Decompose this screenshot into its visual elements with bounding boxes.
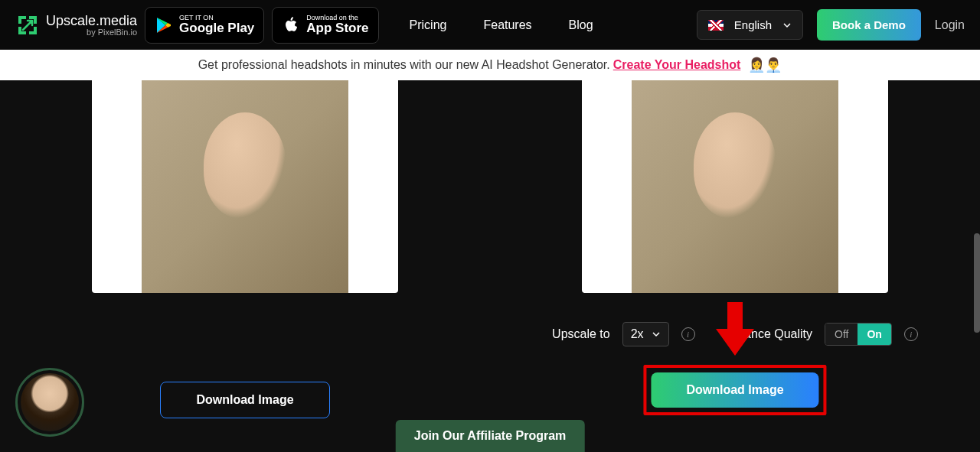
upscaled-image <box>632 80 838 293</box>
nav-pricing[interactable]: Pricing <box>410 18 447 32</box>
logo-icon <box>15 13 40 37</box>
chevron-down-icon <box>782 21 792 30</box>
banner-cta-link[interactable]: Create Your Headshot <box>613 58 741 72</box>
uk-flag-icon <box>708 20 724 31</box>
google-play-icon <box>155 16 173 34</box>
toggle-on[interactable]: On <box>858 324 890 345</box>
affiliate-button[interactable]: Join Our Affiliate Program <box>396 420 585 452</box>
upscale-value: 2x <box>631 327 644 341</box>
chat-avatar-widget[interactable] <box>15 368 84 437</box>
download-original-button[interactable]: Download Image <box>160 382 329 418</box>
language-label: English <box>734 18 772 31</box>
enhance-quality-toggle[interactable]: Off On <box>825 323 892 346</box>
login-link[interactable]: Login <box>935 18 965 32</box>
chevron-down-icon <box>652 330 661 339</box>
logo-title: Upscale.media <box>46 14 137 28</box>
promo-banner: Get professional headshots in minutes wi… <box>0 50 980 80</box>
red-arrow-annotation <box>716 302 754 356</box>
header: Upscale.media by PixelBin.io GET IT ON G… <box>0 0 980 50</box>
right-panel: Upscale to 2x i Enhance Quality Off On i… <box>490 80 980 452</box>
enhance-info-icon[interactable]: i <box>904 327 918 341</box>
upscale-factor-select[interactable]: 2x <box>622 322 669 346</box>
banner-emoji: 👩‍💼👨‍💼 <box>748 57 782 73</box>
nav-links: Pricing Features Blog <box>410 18 593 32</box>
download-highlight-annotation: Download Image <box>643 365 826 415</box>
original-image-container <box>92 80 398 293</box>
logo-subtitle: by PixelBin.io <box>46 28 137 37</box>
toggle-off[interactable]: Off <box>825 324 858 345</box>
avatar-image <box>21 373 79 431</box>
language-selector[interactable]: English <box>697 10 803 40</box>
apple-icon <box>282 16 300 34</box>
upscale-to-label: Upscale to <box>552 327 610 341</box>
nav-blog[interactable]: Blog <box>569 18 593 32</box>
original-image <box>142 80 348 293</box>
book-demo-button[interactable]: Book a Demo <box>817 9 921 41</box>
scrollbar[interactable] <box>974 233 980 333</box>
download-upscaled-button[interactable]: Download Image <box>651 372 818 408</box>
upscaled-image-container <box>582 80 888 293</box>
main-content: Download Image Upscale to 2x i Enhance Q… <box>0 80 980 452</box>
app-store-button[interactable]: Download on the App Store <box>272 7 378 44</box>
google-play-big: Google Play <box>179 21 254 36</box>
google-play-button[interactable]: GET IT ON Google Play <box>145 7 264 44</box>
header-right: English Book a Demo Login <box>697 9 965 41</box>
logo[interactable]: Upscale.media by PixelBin.io <box>15 13 137 37</box>
nav-features[interactable]: Features <box>483 18 531 32</box>
banner-text: Get professional headshots in minutes wi… <box>198 58 610 72</box>
app-store-big: App Store <box>306 21 368 36</box>
upscale-info-icon[interactable]: i <box>681 327 695 341</box>
